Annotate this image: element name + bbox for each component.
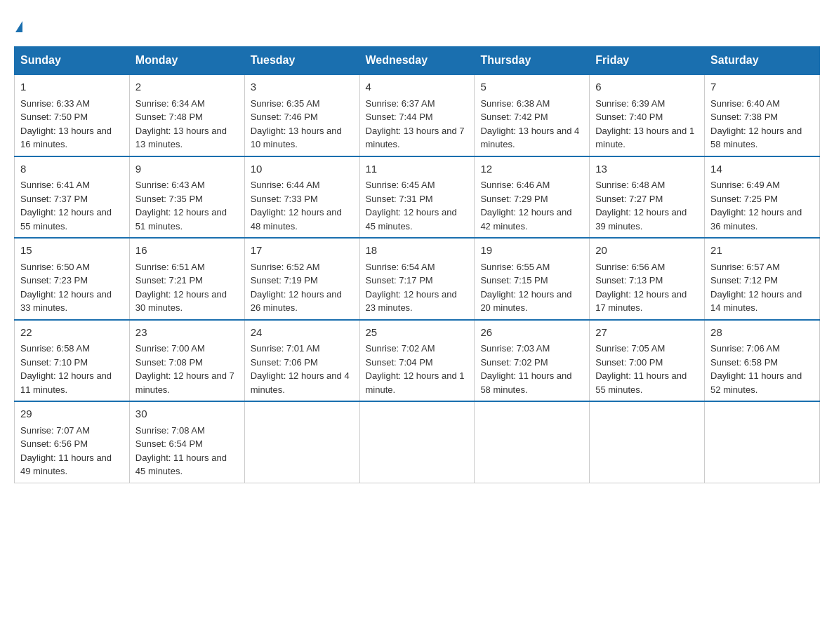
calendar-cell: 9Sunrise: 6:43 AMSunset: 7:35 PMDaylight… (129, 156, 244, 239)
day-header-wednesday: Wednesday (359, 47, 475, 75)
day-number: 17 (251, 243, 354, 259)
calendar-cell: 21Sunrise: 6:57 AMSunset: 7:12 PMDayligh… (705, 238, 820, 320)
calendar-week-row: 22Sunrise: 6:58 AMSunset: 7:10 PMDayligh… (15, 320, 820, 402)
calendar-cell: 18Sunrise: 6:54 AMSunset: 7:17 PMDayligh… (359, 238, 475, 320)
calendar-cell: 23Sunrise: 7:00 AMSunset: 7:08 PMDayligh… (129, 320, 244, 402)
day-number: 12 (480, 161, 583, 177)
day-number: 18 (366, 243, 469, 259)
day-number: 5 (480, 79, 583, 95)
calendar-cell (244, 401, 359, 483)
day-number: 28 (710, 325, 814, 341)
day-number: 16 (135, 243, 239, 259)
calendar-cell: 8Sunrise: 6:41 AMSunset: 7:37 PMDaylight… (15, 156, 130, 239)
day-number: 3 (251, 79, 354, 95)
day-info: Sunrise: 6:45 AMSunset: 7:31 PMDaylight:… (366, 178, 469, 233)
day-info: Sunrise: 6:49 AMSunset: 7:25 PMDaylight:… (710, 178, 814, 233)
page-header (14, 14, 820, 32)
day-info: Sunrise: 6:51 AMSunset: 7:21 PMDaylight:… (135, 260, 239, 315)
calendar-cell: 12Sunrise: 6:46 AMSunset: 7:29 PMDayligh… (475, 156, 590, 239)
calendar-cell: 27Sunrise: 7:05 AMSunset: 7:00 PMDayligh… (590, 320, 705, 402)
calendar-cell: 19Sunrise: 6:55 AMSunset: 7:15 PMDayligh… (475, 238, 590, 320)
day-info: Sunrise: 6:33 AMSunset: 7:50 PMDaylight:… (20, 97, 124, 152)
day-info: Sunrise: 6:41 AMSunset: 7:37 PMDaylight:… (20, 178, 124, 233)
calendar-header-row: SundayMondayTuesdayWednesdayThursdayFrid… (15, 47, 820, 75)
day-number: 6 (595, 79, 699, 95)
calendar-cell: 7Sunrise: 6:40 AMSunset: 7:38 PMDaylight… (705, 74, 820, 156)
calendar-cell (359, 401, 475, 483)
day-number: 22 (20, 325, 124, 341)
day-number: 14 (710, 161, 814, 177)
day-number: 25 (366, 325, 469, 341)
day-info: Sunrise: 6:40 AMSunset: 7:38 PMDaylight:… (710, 97, 814, 152)
calendar-cell: 20Sunrise: 6:56 AMSunset: 7:13 PMDayligh… (590, 238, 705, 320)
day-info: Sunrise: 6:56 AMSunset: 7:13 PMDaylight:… (595, 260, 699, 315)
day-number: 4 (366, 79, 469, 95)
calendar-cell (590, 401, 705, 483)
day-header-thursday: Thursday (475, 47, 590, 75)
calendar-cell: 17Sunrise: 6:52 AMSunset: 7:19 PMDayligh… (244, 238, 359, 320)
calendar-cell: 3Sunrise: 6:35 AMSunset: 7:46 PMDaylight… (244, 74, 359, 156)
calendar-cell: 25Sunrise: 7:02 AMSunset: 7:04 PMDayligh… (359, 320, 475, 402)
day-info: Sunrise: 6:58 AMSunset: 7:10 PMDaylight:… (20, 342, 124, 396)
day-number: 27 (595, 325, 699, 341)
day-info: Sunrise: 6:34 AMSunset: 7:48 PMDaylight:… (135, 97, 239, 152)
day-info: Sunrise: 7:02 AMSunset: 7:04 PMDaylight:… (366, 342, 469, 396)
day-info: Sunrise: 6:52 AMSunset: 7:19 PMDaylight:… (251, 260, 354, 315)
day-info: Sunrise: 7:00 AMSunset: 7:08 PMDaylight:… (135, 342, 239, 396)
day-info: Sunrise: 6:37 AMSunset: 7:44 PMDaylight:… (366, 97, 469, 152)
calendar-cell: 30Sunrise: 7:08 AMSunset: 6:54 PMDayligh… (129, 401, 244, 483)
day-number: 1 (20, 79, 124, 95)
calendar-cell: 16Sunrise: 6:51 AMSunset: 7:21 PMDayligh… (129, 238, 244, 320)
calendar-cell: 15Sunrise: 6:50 AMSunset: 7:23 PMDayligh… (15, 238, 130, 320)
day-info: Sunrise: 6:50 AMSunset: 7:23 PMDaylight:… (20, 260, 124, 315)
day-number: 10 (251, 161, 354, 177)
calendar-week-row: 15Sunrise: 6:50 AMSunset: 7:23 PMDayligh… (15, 238, 820, 320)
day-number: 24 (251, 325, 354, 341)
day-info: Sunrise: 7:03 AMSunset: 7:02 PMDaylight:… (480, 342, 583, 396)
day-header-sunday: Sunday (15, 47, 130, 75)
day-info: Sunrise: 6:39 AMSunset: 7:40 PMDaylight:… (595, 97, 699, 152)
day-number: 15 (20, 243, 124, 259)
calendar-cell: 11Sunrise: 6:45 AMSunset: 7:31 PMDayligh… (359, 156, 475, 239)
calendar-cell: 29Sunrise: 7:07 AMSunset: 6:56 PMDayligh… (15, 401, 130, 483)
calendar-cell: 10Sunrise: 6:44 AMSunset: 7:33 PMDayligh… (244, 156, 359, 239)
calendar-cell (705, 401, 820, 483)
calendar-cell: 24Sunrise: 7:01 AMSunset: 7:06 PMDayligh… (244, 320, 359, 402)
calendar-cell: 22Sunrise: 6:58 AMSunset: 7:10 PMDayligh… (15, 320, 130, 402)
day-header-friday: Friday (590, 47, 705, 75)
calendar-table: SundayMondayTuesdayWednesdayThursdayFrid… (14, 46, 820, 483)
calendar-cell: 26Sunrise: 7:03 AMSunset: 7:02 PMDayligh… (475, 320, 590, 402)
day-number: 2 (135, 79, 239, 95)
calendar-cell: 5Sunrise: 6:38 AMSunset: 7:42 PMDaylight… (475, 74, 590, 156)
logo-general-text (14, 14, 22, 32)
day-header-tuesday: Tuesday (244, 47, 359, 75)
day-info: Sunrise: 6:43 AMSunset: 7:35 PMDaylight:… (135, 178, 239, 233)
day-number: 7 (710, 79, 814, 95)
day-number: 21 (710, 243, 814, 259)
day-number: 30 (135, 406, 239, 422)
day-header-monday: Monday (129, 47, 244, 75)
day-info: Sunrise: 6:57 AMSunset: 7:12 PMDaylight:… (710, 260, 814, 315)
day-info: Sunrise: 6:55 AMSunset: 7:15 PMDaylight:… (480, 260, 583, 315)
calendar-cell: 28Sunrise: 7:06 AMSunset: 6:58 PMDayligh… (705, 320, 820, 402)
logo-triangle-icon (15, 21, 22, 32)
day-info: Sunrise: 6:38 AMSunset: 7:42 PMDaylight:… (480, 97, 583, 152)
day-header-saturday: Saturday (705, 47, 820, 75)
day-number: 20 (595, 243, 699, 259)
day-number: 9 (135, 161, 239, 177)
day-number: 13 (595, 161, 699, 177)
day-info: Sunrise: 6:48 AMSunset: 7:27 PMDaylight:… (595, 178, 699, 233)
day-info: Sunrise: 7:08 AMSunset: 6:54 PMDaylight:… (135, 424, 239, 478)
calendar-cell: 6Sunrise: 6:39 AMSunset: 7:40 PMDaylight… (590, 74, 705, 156)
day-number: 19 (480, 243, 583, 259)
day-info: Sunrise: 6:35 AMSunset: 7:46 PMDaylight:… (251, 97, 354, 152)
day-info: Sunrise: 7:06 AMSunset: 6:58 PMDaylight:… (710, 342, 814, 396)
calendar-cell: 13Sunrise: 6:48 AMSunset: 7:27 PMDayligh… (590, 156, 705, 239)
calendar-cell: 4Sunrise: 6:37 AMSunset: 7:44 PMDaylight… (359, 74, 475, 156)
day-info: Sunrise: 6:54 AMSunset: 7:17 PMDaylight:… (366, 260, 469, 315)
calendar-cell: 2Sunrise: 6:34 AMSunset: 7:48 PMDaylight… (129, 74, 244, 156)
calendar-cell: 1Sunrise: 6:33 AMSunset: 7:50 PMDaylight… (15, 74, 130, 156)
day-number: 29 (20, 406, 124, 422)
calendar-cell (475, 401, 590, 483)
calendar-week-row: 1Sunrise: 6:33 AMSunset: 7:50 PMDaylight… (15, 74, 820, 156)
